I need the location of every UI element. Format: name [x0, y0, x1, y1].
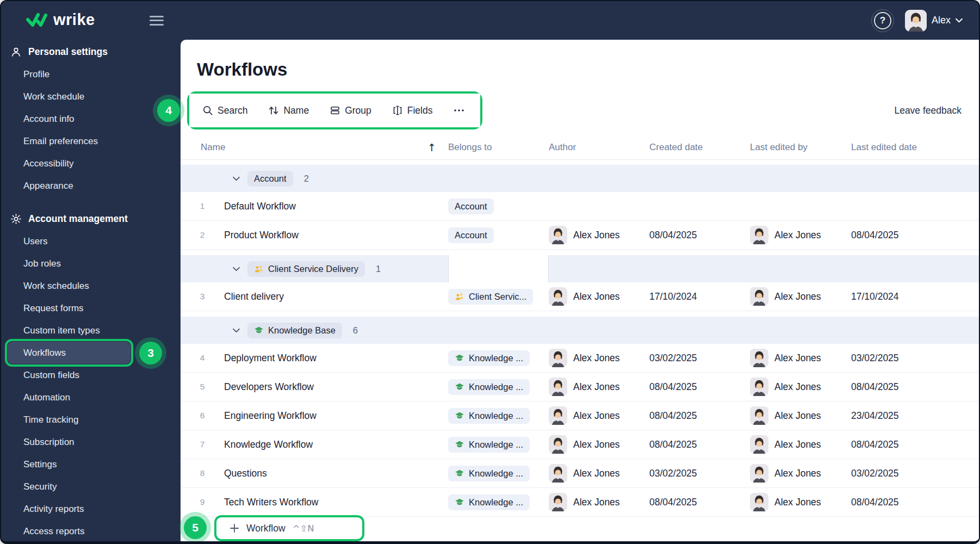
more-icon	[453, 105, 465, 116]
column-header-author[interactable]: Author	[549, 142, 649, 153]
avatar	[750, 464, 768, 483]
last-edited-date: 23/04/2025	[851, 410, 979, 422]
sidebar-item-profile[interactable]: Profile	[1, 63, 181, 85]
table-row-client-delivery[interactable]: 3Client deliveryClient Servic...Alex Jon…	[181, 282, 979, 311]
sidebar-item-security[interactable]: Security	[1, 475, 181, 498]
belongs-to-pill[interactable]: Knowledge ...	[448, 437, 530, 453]
column-header-last-edited-date[interactable]: Last edited date	[851, 142, 979, 153]
sidebar-item-settings[interactable]: Settings	[1, 453, 181, 475]
column-header-belongs-to[interactable]: Belongs to	[448, 142, 549, 153]
sidebar-item-subscription[interactable]: Subscription	[1, 431, 181, 453]
author-name: Alex Jones	[573, 230, 620, 241]
sidebar-item-appearance[interactable]: Appearance	[1, 175, 181, 197]
toolbar-row: SearchNameGroupFields 4 Leave feedback	[181, 94, 979, 127]
person-icon	[10, 46, 22, 58]
sidebar-item-job-roles[interactable]: Job roles	[1, 252, 181, 275]
workflow-name[interactable]: Product Workflow	[224, 230, 448, 241]
toolbar-search-button[interactable]: Search	[202, 105, 247, 116]
user-menu[interactable]: Alex	[905, 10, 963, 32]
belongs-to-pill[interactable]: Client Servic...	[448, 289, 533, 305]
sidebar-item-time-tracking[interactable]: Time tracking	[1, 409, 181, 431]
belongs-to-pill[interactable]: Account	[448, 227, 494, 243]
leave-feedback-link[interactable]: Leave feedback	[894, 105, 962, 116]
sidebar-item-label: Workflows	[23, 348, 66, 358]
toolbar-name-button[interactable]: Name	[268, 105, 309, 116]
avatar	[549, 464, 567, 483]
toolbar-fields-button[interactable]: Fields	[392, 105, 433, 116]
sidebar-item-email-preferences[interactable]: Email preferences	[1, 130, 181, 152]
workflow-name[interactable]: Developers Workflow	[224, 381, 448, 393]
sidebar-section-personal-settings: Personal settings	[1, 41, 181, 63]
table-row-engineering-workflow[interactable]: 6Engineering WorkflowKnowledge ...Alex J…	[181, 401, 979, 430]
avatar	[750, 406, 768, 425]
wrike-logo: wrike	[26, 13, 95, 29]
sidebar-item-request-forms[interactable]: Request forms	[1, 297, 181, 319]
table-row-product-workflow[interactable]: 2Product WorkflowAccountAlex Jones08/04/…	[181, 221, 979, 250]
table-row-knowledge-workflow[interactable]: 7Knowledge WorkflowKnowledge ...Alex Jon…	[181, 430, 979, 459]
workflow-name[interactable]: Client delivery	[224, 291, 448, 302]
sidebar-item-automation[interactable]: Automation	[1, 386, 181, 409]
sidebar-item-access-reports[interactable]: Access reports	[1, 520, 181, 542]
sidebar-item-workflows[interactable]: Workflows3	[8, 342, 131, 364]
add-workflow-button[interactable]: Workflow ^⇧N	[230, 523, 314, 534]
wrike-window: wrike ? Alex Personal settingsProfileWor…	[0, 0, 980, 544]
belongs-to-pill[interactable]: Knowledge ...	[448, 466, 530, 481]
group-count: 1	[376, 264, 381, 274]
sidebar-item-activity-reports[interactable]: Activity reports	[1, 498, 181, 520]
last-edited-by-name: Alex Jones	[774, 291, 821, 302]
logo-text: wrike	[53, 12, 95, 28]
help-icon[interactable]: ?	[871, 9, 894, 32]
group-pill[interactable]: Account	[247, 171, 293, 187]
row-number: 8	[181, 468, 224, 478]
sidebar-item-users[interactable]: Users	[1, 230, 181, 252]
table-row-questions[interactable]: 8QuestionsKnowledge ...Alex Jones03/02/2…	[181, 459, 979, 488]
workflow-name[interactable]: Knowledge Workflow	[224, 439, 448, 450]
column-header-last-edited-by[interactable]: Last edited by	[750, 142, 851, 153]
chevron-down-icon	[956, 18, 963, 23]
table-row-developers-workflow[interactable]: 5Developers WorkflowKnowledge ...Alex Jo…	[181, 373, 979, 401]
last-edited-date: 08/04/2025	[851, 230, 979, 241]
table-row-tech-writers-workflow[interactable]: 9Tech Writers WorkflowKnowledge ...Alex …	[181, 488, 979, 517]
author-name: Alex Jones	[573, 410, 620, 422]
grad-cap-icon	[254, 325, 264, 335]
toolbar-group-button[interactable]: Group	[330, 105, 371, 116]
workflow-name[interactable]: Deployment Workflow	[224, 353, 448, 364]
collapse-chevron-icon[interactable]	[233, 328, 240, 333]
team-icon	[254, 264, 264, 274]
author-name: Alex Jones	[573, 439, 620, 450]
table-row-deployment-workflow[interactable]: 4Deployment WorkflowKnowledge ...Alex Jo…	[181, 344, 979, 373]
annotation-step-4: 4	[157, 99, 180, 122]
table-header: Name↑Belongs toAuthorCreated dateLast ed…	[181, 135, 979, 160]
menu-icon[interactable]	[150, 16, 164, 26]
group-pill[interactable]: Client Service Delivery	[247, 261, 365, 277]
author-name: Alex Jones	[573, 381, 620, 393]
belongs-to-pill[interactable]: Knowledge ...	[448, 350, 530, 366]
collapse-chevron-icon[interactable]	[233, 176, 240, 181]
workflow-name[interactable]: Tech Writers Workflow	[224, 497, 448, 508]
add-workflow-annotation-box: Workflow ^⇧N	[214, 515, 364, 541]
belongs-to-pill[interactable]: Knowledge ...	[448, 408, 530, 424]
avatar	[549, 435, 567, 454]
sidebar-item-work-schedules[interactable]: Work schedules	[1, 275, 181, 297]
workflow-name[interactable]: Engineering Workflow	[224, 410, 448, 422]
column-header-created-date[interactable]: Created date	[649, 142, 750, 153]
table-row-default-workflow[interactable]: 1Default WorkflowAccount	[181, 192, 979, 221]
created-date: 08/04/2025	[649, 381, 750, 393]
workflow-name[interactable]: Questions	[224, 468, 448, 479]
group-pill[interactable]: Knowledge Base	[247, 323, 342, 338]
sidebar-item-accessibility[interactable]: Accessibility	[1, 152, 181, 175]
fields-icon	[392, 105, 403, 116]
author-name: Alex Jones	[573, 353, 620, 364]
created-date: 17/10/2024	[649, 291, 750, 302]
belongs-to-pill[interactable]: Knowledge ...	[448, 494, 530, 510]
toolbar-more-button[interactable]	[453, 105, 465, 116]
sort-ascending-icon: ↑	[427, 141, 436, 153]
collapse-chevron-icon[interactable]	[233, 267, 240, 271]
sidebar-item-label: Accessibility	[23, 158, 74, 169]
created-date: 08/04/2025	[649, 439, 750, 450]
belongs-to-pill[interactable]: Account	[448, 199, 494, 214]
workflow-name[interactable]: Default Workflow	[224, 201, 448, 212]
belongs-to-pill[interactable]: Knowledge ...	[448, 379, 530, 395]
avatar	[549, 378, 567, 396]
column-header-name[interactable]: Name↑	[181, 141, 448, 153]
